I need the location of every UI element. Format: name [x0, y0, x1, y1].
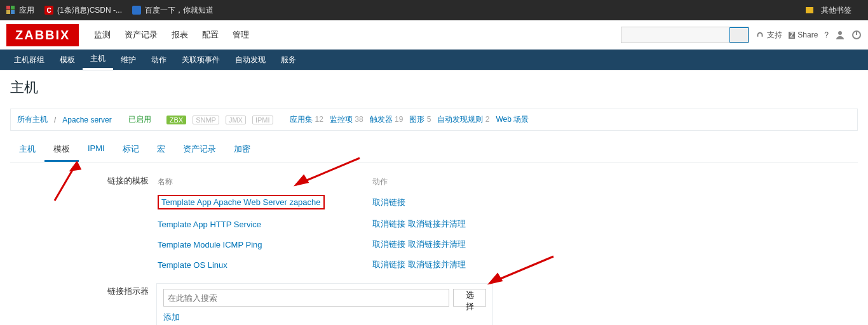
tab-inventory[interactable]: 资产记录	[174, 138, 225, 162]
menu-reports[interactable]: 报表	[165, 22, 194, 48]
template-row: Template App Apache Web Server zapache 取…	[158, 191, 492, 213]
template-row: Template OS Linux 取消链接 取消链接并清理	[158, 255, 492, 274]
linked-templates-table: 名称 动作 Template App Apache Web Server zap…	[156, 173, 493, 275]
other-bookmarks[interactable]: 其他书签	[806, 5, 851, 16]
subnav-correlation[interactable]: 关联项事件	[174, 50, 227, 70]
tab-templates[interactable]: 模板	[44, 138, 79, 162]
status-enabled: 已启用	[128, 114, 151, 125]
unlink-clear-link[interactable]: 取消链接并清理	[408, 219, 466, 229]
bookmark-label: 百度一下，你就知道	[145, 5, 214, 16]
menu-monitoring[interactable]: 监测	[88, 22, 117, 48]
breadcrumb-sep: /	[54, 116, 56, 124]
tag-jmx: JMX	[226, 116, 246, 124]
tab-macros[interactable]: 宏	[148, 138, 174, 162]
col-name-header: 名称	[158, 174, 371, 190]
menu-configuration[interactable]: 配置	[196, 22, 225, 48]
bookmark-csdn[interactable]: C (1条消息)CSDN -...	[44, 5, 122, 16]
bookmark-label: 应用	[19, 5, 34, 16]
subnav-host-groups[interactable]: 主机群组	[6, 50, 52, 70]
subnav-hosts[interactable]: 主机	[83, 50, 113, 70]
stat-items[interactable]: 监控项 38	[330, 114, 363, 125]
tag-ipmi: IPMI	[252, 116, 273, 124]
tab-encryption[interactable]: 加密	[225, 138, 259, 162]
template-row: Template Module ICMP Ping 取消链接 取消链接并清理	[158, 235, 492, 254]
tab-host[interactable]: 主机	[10, 138, 44, 162]
search-input[interactable]	[621, 30, 729, 40]
svg-marker-10	[490, 274, 501, 283]
unlink-link[interactable]: 取消链接	[372, 239, 405, 249]
stat-triggers[interactable]: 触发器 19	[370, 114, 403, 125]
csdn-icon: C	[44, 6, 53, 15]
template-name-link[interactable]: Template App HTTP Service	[158, 220, 261, 229]
link-indicator-box: 选择 添加	[156, 283, 493, 325]
page-title: 主机	[10, 78, 858, 97]
template-row: Template App HTTP Service 取消链接 取消链接并清理	[158, 215, 492, 234]
tab-ipmi[interactable]: IPMI	[79, 138, 114, 162]
tag-snmp: SNMP	[193, 116, 219, 124]
svg-point-2	[838, 31, 842, 35]
select-button[interactable]: 选择	[453, 289, 486, 307]
subnav-templates[interactable]: 模板	[52, 50, 83, 70]
link-indicator-label: 链接指示器	[10, 283, 156, 325]
subnav-services[interactable]: 服务	[273, 50, 304, 70]
add-link[interactable]: 添加	[163, 312, 180, 323]
template-name-link[interactable]: Template Module ICMP Ping	[158, 240, 262, 249]
power-icon	[851, 30, 862, 40]
subnav-maintenance[interactable]: 维护	[113, 50, 144, 70]
share-label: Share	[797, 30, 818, 39]
bookmark-baidu[interactable]: 百度一下，你就知道	[132, 5, 214, 16]
stat-discovery-rules[interactable]: 自动发现规则 2	[437, 114, 489, 125]
unlink-link[interactable]: 取消链接	[372, 260, 405, 269]
template-highlight: Template App Apache Web Server zapache	[158, 195, 325, 209]
unlink-clear-link[interactable]: 取消链接并清理	[408, 239, 466, 249]
page-content: 主机 所有主机 / Apache server 已启用 ZBX SNMP JMX…	[0, 70, 868, 325]
search-button[interactable]	[729, 27, 749, 43]
tab-tags[interactable]: 标记	[114, 138, 148, 162]
search-box	[621, 27, 749, 43]
top-menu: 监测 资产记录 报表 配置 管理	[88, 22, 255, 48]
subnav-discovery[interactable]: 自动发现	[227, 50, 273, 70]
z-icon: Z	[789, 32, 795, 39]
subnav-actions[interactable]: 动作	[144, 50, 174, 70]
headset-icon	[756, 30, 764, 39]
template-search-input[interactable]	[163, 289, 449, 307]
tag-zbx: ZBX	[166, 116, 186, 124]
sub-nav: 主机群组 模板 主机 维护 动作 关联项事件 自动发现 服务	[0, 50, 868, 70]
host-info-bar: 所有主机 / Apache server 已启用 ZBX SNMP JMX IP…	[10, 109, 858, 131]
browser-bookmarks-bar: 应用 C (1条消息)CSDN -... 百度一下，你就知道 其他书签	[0, 0, 868, 20]
share-link[interactable]: Z Share	[789, 30, 818, 39]
bookmark-label: (1条消息)CSDN -...	[57, 5, 122, 16]
baidu-icon	[132, 6, 141, 15]
template-name-link[interactable]: Template App Apache Web Server zapache	[161, 197, 321, 207]
col-action-header: 动作	[372, 174, 492, 190]
host-tabs: 主机 模板 IPMI 标记 宏 资产记录 加密	[10, 138, 858, 162]
stat-graphs[interactable]: 图形 5	[409, 114, 431, 125]
menu-administration[interactable]: 管理	[226, 22, 255, 48]
bookmark-apps[interactable]: 应用	[6, 5, 34, 16]
host-name-link[interactable]: Apache server	[62, 116, 111, 124]
stat-web-scenarios[interactable]: Web 场景	[496, 114, 529, 125]
form-area: 链接的模板 名称 动作 Template App Apache Web Serv…	[10, 162, 858, 325]
logout-link[interactable]	[851, 30, 862, 40]
user-icon	[835, 30, 845, 40]
unlink-link[interactable]: 取消链接	[372, 219, 405, 229]
svg-marker-6	[71, 162, 80, 170]
stat-applications[interactable]: 应用集 12	[290, 114, 323, 125]
menu-inventory[interactable]: 资产记录	[118, 22, 164, 48]
help-link[interactable]: ?	[824, 30, 829, 39]
support-label: 支持	[767, 30, 782, 41]
support-link[interactable]: 支持	[756, 30, 782, 41]
folder-icon	[806, 7, 813, 13]
header: ZABBIX 监测 资产记录 报表 配置 管理 支持 Z Share ?	[0, 20, 868, 70]
all-hosts-link[interactable]: 所有主机	[17, 114, 48, 125]
linked-templates-label: 链接的模板	[10, 173, 156, 275]
user-link[interactable]	[835, 30, 845, 40]
unlink-link[interactable]: 取消链接	[372, 197, 405, 207]
unlink-clear-link[interactable]: 取消链接并清理	[408, 260, 466, 269]
template-name-link[interactable]: Template OS Linux	[158, 260, 227, 270]
apps-icon	[6, 6, 15, 15]
other-bookmarks-label: 其他书签	[821, 5, 851, 16]
logo[interactable]: ZABBIX	[6, 24, 79, 46]
